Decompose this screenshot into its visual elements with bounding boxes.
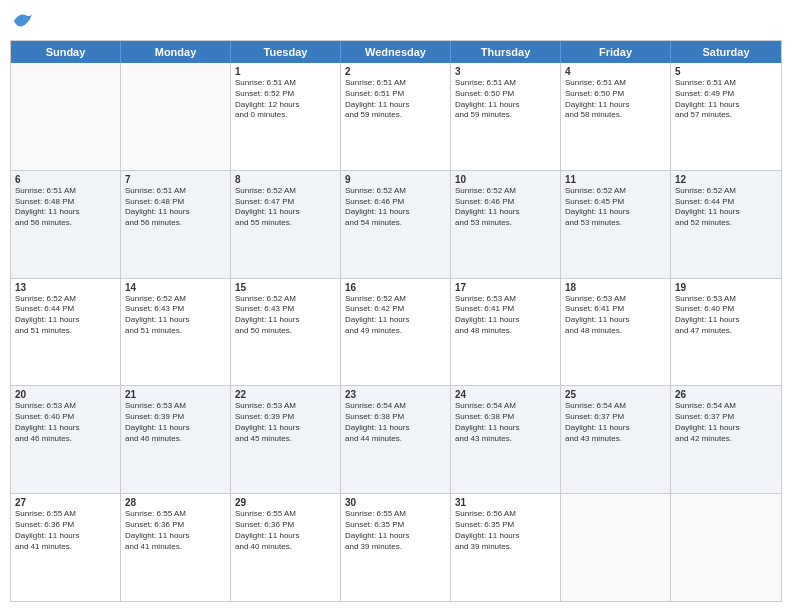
cell-info: Sunrise: 6:52 AMSunset: 6:46 PMDaylight:… xyxy=(345,186,446,229)
cell-info: Sunrise: 6:55 AMSunset: 6:35 PMDaylight:… xyxy=(345,509,446,552)
calendar: SundayMondayTuesdayWednesdayThursdayFrid… xyxy=(10,40,782,602)
cell-info: Sunrise: 6:54 AMSunset: 6:38 PMDaylight:… xyxy=(345,401,446,444)
day-number: 28 xyxy=(125,497,226,508)
day-number: 31 xyxy=(455,497,556,508)
day-number: 19 xyxy=(675,282,777,293)
cell-info: Sunrise: 6:55 AMSunset: 6:36 PMDaylight:… xyxy=(235,509,336,552)
calendar-cell-day-7: 7Sunrise: 6:51 AMSunset: 6:48 PMDaylight… xyxy=(121,171,231,278)
cell-info: Sunrise: 6:51 AMSunset: 6:51 PMDaylight:… xyxy=(345,78,446,121)
cell-info: Sunrise: 6:51 AMSunset: 6:50 PMDaylight:… xyxy=(455,78,556,121)
calendar-cell-day-6: 6Sunrise: 6:51 AMSunset: 6:48 PMDaylight… xyxy=(11,171,121,278)
day-number: 16 xyxy=(345,282,446,293)
calendar-cell-day-19: 19Sunrise: 6:53 AMSunset: 6:40 PMDayligh… xyxy=(671,279,781,386)
calendar-cell-day-28: 28Sunrise: 6:55 AMSunset: 6:36 PMDayligh… xyxy=(121,494,231,601)
cell-info: Sunrise: 6:52 AMSunset: 6:47 PMDaylight:… xyxy=(235,186,336,229)
calendar-cell-empty xyxy=(561,494,671,601)
day-number: 7 xyxy=(125,174,226,185)
day-number: 5 xyxy=(675,66,777,77)
day-number: 2 xyxy=(345,66,446,77)
day-number: 11 xyxy=(565,174,666,185)
calendar-cell-day-24: 24Sunrise: 6:54 AMSunset: 6:38 PMDayligh… xyxy=(451,386,561,493)
day-number: 4 xyxy=(565,66,666,77)
day-number: 9 xyxy=(345,174,446,185)
calendar-cell-day-20: 20Sunrise: 6:53 AMSunset: 6:40 PMDayligh… xyxy=(11,386,121,493)
calendar-cell-day-8: 8Sunrise: 6:52 AMSunset: 6:47 PMDaylight… xyxy=(231,171,341,278)
page: SundayMondayTuesdayWednesdayThursdayFrid… xyxy=(0,0,792,612)
cell-info: Sunrise: 6:52 AMSunset: 6:46 PMDaylight:… xyxy=(455,186,556,229)
cell-info: Sunrise: 6:55 AMSunset: 6:36 PMDaylight:… xyxy=(15,509,116,552)
weekday-header-tuesday: Tuesday xyxy=(231,41,341,63)
day-number: 15 xyxy=(235,282,336,293)
cell-info: Sunrise: 6:52 AMSunset: 6:42 PMDaylight:… xyxy=(345,294,446,337)
day-number: 24 xyxy=(455,389,556,400)
cell-info: Sunrise: 6:51 AMSunset: 6:50 PMDaylight:… xyxy=(565,78,666,121)
day-number: 12 xyxy=(675,174,777,185)
calendar-cell-day-30: 30Sunrise: 6:55 AMSunset: 6:35 PMDayligh… xyxy=(341,494,451,601)
calendar-cell-day-21: 21Sunrise: 6:53 AMSunset: 6:39 PMDayligh… xyxy=(121,386,231,493)
cell-info: Sunrise: 6:51 AMSunset: 6:52 PMDaylight:… xyxy=(235,78,336,121)
calendar-cell-day-16: 16Sunrise: 6:52 AMSunset: 6:42 PMDayligh… xyxy=(341,279,451,386)
calendar-cell-empty xyxy=(671,494,781,601)
calendar-cell-empty xyxy=(11,63,121,170)
calendar-cell-day-12: 12Sunrise: 6:52 AMSunset: 6:44 PMDayligh… xyxy=(671,171,781,278)
cell-info: Sunrise: 6:53 AMSunset: 6:39 PMDaylight:… xyxy=(125,401,226,444)
day-number: 20 xyxy=(15,389,116,400)
calendar-cell-day-22: 22Sunrise: 6:53 AMSunset: 6:39 PMDayligh… xyxy=(231,386,341,493)
day-number: 27 xyxy=(15,497,116,508)
calendar-cell-day-26: 26Sunrise: 6:54 AMSunset: 6:37 PMDayligh… xyxy=(671,386,781,493)
day-number: 21 xyxy=(125,389,226,400)
cell-info: Sunrise: 6:52 AMSunset: 6:44 PMDaylight:… xyxy=(15,294,116,337)
day-number: 25 xyxy=(565,389,666,400)
calendar-cell-day-1: 1Sunrise: 6:51 AMSunset: 6:52 PMDaylight… xyxy=(231,63,341,170)
weekday-header-friday: Friday xyxy=(561,41,671,63)
cell-info: Sunrise: 6:51 AMSunset: 6:49 PMDaylight:… xyxy=(675,78,777,121)
cell-info: Sunrise: 6:53 AMSunset: 6:40 PMDaylight:… xyxy=(675,294,777,337)
cell-info: Sunrise: 6:52 AMSunset: 6:43 PMDaylight:… xyxy=(235,294,336,337)
calendar-cell-day-13: 13Sunrise: 6:52 AMSunset: 6:44 PMDayligh… xyxy=(11,279,121,386)
weekday-header-monday: Monday xyxy=(121,41,231,63)
cell-info: Sunrise: 6:52 AMSunset: 6:43 PMDaylight:… xyxy=(125,294,226,337)
calendar-cell-day-31: 31Sunrise: 6:56 AMSunset: 6:35 PMDayligh… xyxy=(451,494,561,601)
day-number: 18 xyxy=(565,282,666,293)
logo xyxy=(10,10,34,32)
calendar-cell-day-27: 27Sunrise: 6:55 AMSunset: 6:36 PMDayligh… xyxy=(11,494,121,601)
cell-info: Sunrise: 6:54 AMSunset: 6:37 PMDaylight:… xyxy=(565,401,666,444)
weekday-header-wednesday: Wednesday xyxy=(341,41,451,63)
day-number: 30 xyxy=(345,497,446,508)
calendar-cell-day-11: 11Sunrise: 6:52 AMSunset: 6:45 PMDayligh… xyxy=(561,171,671,278)
calendar-cell-empty xyxy=(121,63,231,170)
cell-info: Sunrise: 6:54 AMSunset: 6:38 PMDaylight:… xyxy=(455,401,556,444)
day-number: 29 xyxy=(235,497,336,508)
day-number: 3 xyxy=(455,66,556,77)
header xyxy=(10,10,782,32)
calendar-cell-day-17: 17Sunrise: 6:53 AMSunset: 6:41 PMDayligh… xyxy=(451,279,561,386)
calendar-cell-day-18: 18Sunrise: 6:53 AMSunset: 6:41 PMDayligh… xyxy=(561,279,671,386)
cell-info: Sunrise: 6:55 AMSunset: 6:36 PMDaylight:… xyxy=(125,509,226,552)
day-number: 22 xyxy=(235,389,336,400)
day-number: 10 xyxy=(455,174,556,185)
calendar-row-2: 13Sunrise: 6:52 AMSunset: 6:44 PMDayligh… xyxy=(11,279,781,387)
calendar-row-3: 20Sunrise: 6:53 AMSunset: 6:40 PMDayligh… xyxy=(11,386,781,494)
cell-info: Sunrise: 6:51 AMSunset: 6:48 PMDaylight:… xyxy=(125,186,226,229)
cell-info: Sunrise: 6:56 AMSunset: 6:35 PMDaylight:… xyxy=(455,509,556,552)
calendar-row-4: 27Sunrise: 6:55 AMSunset: 6:36 PMDayligh… xyxy=(11,494,781,601)
calendar-cell-day-4: 4Sunrise: 6:51 AMSunset: 6:50 PMDaylight… xyxy=(561,63,671,170)
calendar-cell-day-25: 25Sunrise: 6:54 AMSunset: 6:37 PMDayligh… xyxy=(561,386,671,493)
day-number: 26 xyxy=(675,389,777,400)
calendar-cell-day-23: 23Sunrise: 6:54 AMSunset: 6:38 PMDayligh… xyxy=(341,386,451,493)
day-number: 17 xyxy=(455,282,556,293)
day-number: 6 xyxy=(15,174,116,185)
day-number: 23 xyxy=(345,389,446,400)
cell-info: Sunrise: 6:53 AMSunset: 6:40 PMDaylight:… xyxy=(15,401,116,444)
cell-info: Sunrise: 6:53 AMSunset: 6:39 PMDaylight:… xyxy=(235,401,336,444)
logo-icon xyxy=(12,10,34,32)
day-number: 1 xyxy=(235,66,336,77)
calendar-cell-day-9: 9Sunrise: 6:52 AMSunset: 6:46 PMDaylight… xyxy=(341,171,451,278)
weekday-header-sunday: Sunday xyxy=(11,41,121,63)
calendar-row-1: 6Sunrise: 6:51 AMSunset: 6:48 PMDaylight… xyxy=(11,171,781,279)
day-number: 14 xyxy=(125,282,226,293)
cell-info: Sunrise: 6:53 AMSunset: 6:41 PMDaylight:… xyxy=(565,294,666,337)
calendar-cell-day-5: 5Sunrise: 6:51 AMSunset: 6:49 PMDaylight… xyxy=(671,63,781,170)
cell-info: Sunrise: 6:52 AMSunset: 6:45 PMDaylight:… xyxy=(565,186,666,229)
weekday-header-saturday: Saturday xyxy=(671,41,781,63)
